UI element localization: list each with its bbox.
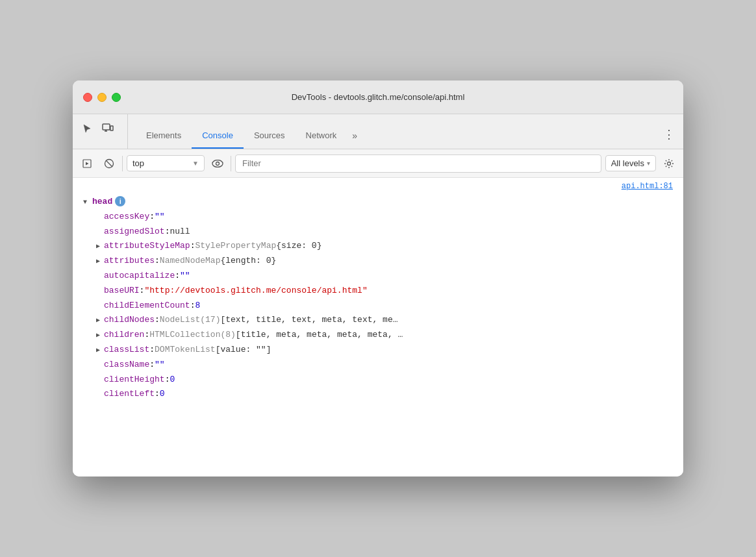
- levels-select[interactable]: All levels ▾: [605, 155, 656, 171]
- tab-sources[interactable]: Sources: [244, 123, 296, 149]
- eye-icon[interactable]: [208, 155, 227, 173]
- no-expand: [96, 301, 104, 312]
- svg-rect-0: [103, 124, 110, 130]
- prop-autocapitalize: autocapitalize : "": [83, 269, 673, 284]
- svg-line-6: [106, 160, 112, 167]
- no-expand: [96, 375, 104, 386]
- prop-classname: className : "": [83, 358, 673, 373]
- more-tabs-button[interactable]: »: [347, 123, 362, 149]
- devtools-menu-button[interactable]: ⋮: [660, 125, 678, 143]
- devtools-window: DevTools - devtools.glitch.me/console/ap…: [73, 80, 683, 477]
- prop-accesskey: accessKey : "": [83, 210, 673, 225]
- baseuri-link[interactable]: "http://devtools.glitch.me/console/api.h…: [144, 284, 367, 298]
- prop-childelementcount: childElementCount : 8: [83, 299, 673, 314]
- tab-console[interactable]: Console: [192, 123, 244, 149]
- no-expand: [96, 390, 104, 400]
- prop-assignedslot: assignedSlot : null: [83, 225, 673, 240]
- traffic-lights: [83, 93, 121, 102]
- tab-network[interactable]: Network: [296, 123, 347, 149]
- no-expand: [96, 286, 104, 297]
- prop-children: ▶ children : HTMLCollection(8) [title, m…: [83, 328, 673, 343]
- prop-clientheight: clientHeight : 0: [83, 373, 673, 388]
- svg-point-7: [212, 160, 223, 167]
- clear-icon[interactable]: [100, 155, 118, 173]
- children-expand[interactable]: ▶: [96, 330, 104, 341]
- no-expand: [96, 360, 104, 371]
- head-label: head: [92, 195, 112, 209]
- no-expand: [96, 212, 104, 223]
- execute-icon[interactable]: [78, 155, 96, 173]
- attributestylemap-expand[interactable]: ▶: [96, 241, 104, 252]
- prop-attributes: ▶ attributes : NamedNodeMap {length: 0}: [83, 254, 673, 269]
- prop-baseuri: baseURI : "http://devtools.glitch.me/con…: [83, 284, 673, 299]
- maximize-button[interactable]: [112, 93, 121, 102]
- info-badge[interactable]: i: [115, 196, 125, 206]
- context-arrow: ▼: [192, 160, 199, 167]
- childnodes-expand[interactable]: ▶: [96, 316, 104, 326]
- tab-icons: [78, 114, 128, 149]
- tab-elements[interactable]: Elements: [136, 123, 192, 149]
- head-line: ▼ head i: [83, 195, 673, 210]
- console-log: ▼ head i accessKey : "" assignedSlot : n…: [73, 192, 683, 404]
- levels-arrow: ▾: [647, 160, 650, 167]
- filter-input[interactable]: [235, 155, 601, 173]
- minimize-button[interactable]: [97, 93, 107, 102]
- file-reference[interactable]: api.html:81: [73, 178, 683, 192]
- toolbar-divider-2: [231, 156, 231, 171]
- tabs-right-area: ⋮: [660, 125, 678, 149]
- prop-attributestylemap: ▶ attributeStyleMap : StylePropertyMap {…: [83, 239, 673, 254]
- no-expand: [96, 271, 104, 282]
- svg-rect-1: [110, 126, 113, 130]
- prop-classlist: ▶ classList : DOMTokenList [value: ""]: [83, 343, 673, 358]
- svg-point-9: [668, 162, 671, 165]
- device-icon[interactable]: [99, 119, 117, 138]
- context-select[interactable]: top ▼: [127, 155, 205, 171]
- close-button[interactable]: [83, 93, 92, 102]
- no-expand: [96, 227, 104, 238]
- classlist-expand[interactable]: ▶: [96, 345, 104, 356]
- prop-clientleft: clientLeft : 0: [83, 387, 673, 402]
- toolbar-divider: [122, 156, 123, 171]
- console-toolbar: top ▼ All levels ▾: [73, 149, 683, 178]
- svg-point-8: [216, 162, 220, 165]
- head-expand-arrow[interactable]: ▼: [83, 197, 91, 208]
- cursor-icon[interactable]: [78, 119, 96, 138]
- tabs-bar: Elements Console Sources Network » ⋮: [73, 114, 683, 149]
- attributes-expand[interactable]: ▶: [96, 256, 104, 267]
- console-content: api.html:81 ▼ head i accessKey : "" assi…: [73, 178, 683, 477]
- prop-childnodes: ▶ childNodes : NodeList(17) [text, title…: [83, 313, 673, 328]
- title-bar: DevTools - devtools.glitch.me/console/ap…: [73, 80, 683, 114]
- window-title: DevTools - devtools.glitch.me/console/ap…: [292, 92, 465, 102]
- gear-icon[interactable]: [660, 155, 678, 173]
